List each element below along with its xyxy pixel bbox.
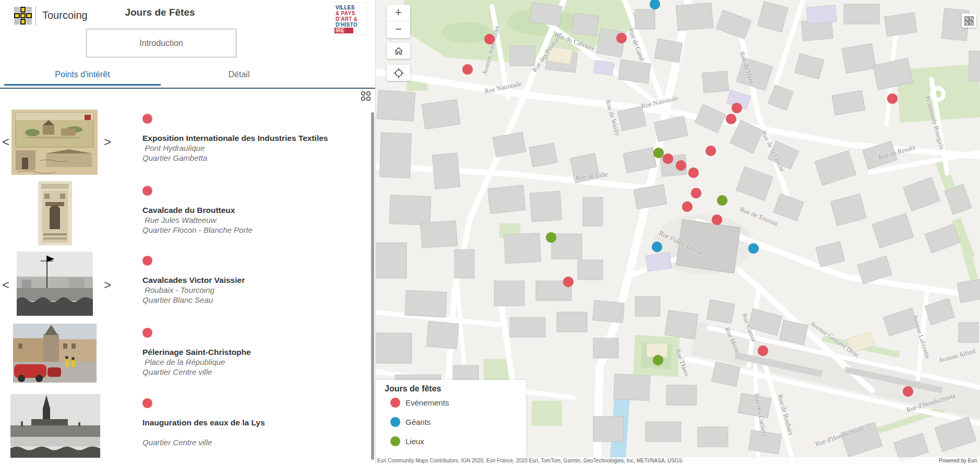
map-canvas[interactable]: Rue NationaleAvenue Jean MilletRue des P… [375, 0, 980, 464]
locate-button[interactable] [387, 65, 410, 81]
item-marker-dot [142, 186, 152, 196]
item-thumbnail[interactable] [38, 181, 72, 245]
map-marker-evenement[interactable] [732, 103, 742, 113]
item-marker-dot [142, 398, 152, 408]
home-icon [394, 46, 403, 56]
map-marker-lieu[interactable] [546, 232, 556, 243]
map-marker-evenement[interactable] [663, 153, 673, 164]
legend-item-lieux: Lieux [390, 436, 424, 446]
page-title: Jours de Fêtes [0, 7, 320, 18]
map-marker-evenement[interactable] [712, 215, 722, 225]
map-marker-evenement[interactable] [887, 93, 898, 104]
map-marker-evenement[interactable] [676, 160, 686, 171]
map-marker-evenement[interactable] [726, 114, 736, 124]
locate-icon [393, 68, 404, 78]
map-marker-lieu[interactable] [653, 355, 663, 365]
map-marker-evenement[interactable] [484, 34, 495, 44]
map-marker-geant[interactable] [748, 243, 759, 254]
list-item[interactable]: Exposition Internationale des Industries… [142, 114, 367, 163]
map-marker-evenement[interactable] [616, 33, 627, 43]
map-marker-geant[interactable] [652, 242, 662, 252]
carousel-prev-button[interactable]: < [1, 278, 10, 292]
zoom-control: + − [387, 5, 410, 38]
map-attribution: Esri Community Maps Contributors, IGN 20… [375, 457, 980, 464]
map-marker-lieu[interactable] [653, 148, 664, 158]
item-thumbnail[interactable] [10, 394, 100, 458]
map-marker-evenement[interactable] [682, 201, 692, 212]
tabs-divider [0, 88, 375, 89]
lieux-swatch [390, 436, 400, 446]
active-tab-underline [4, 84, 161, 86]
carousel-next-button[interactable]: > [103, 135, 112, 149]
introduction-button[interactable]: Introduction [86, 29, 236, 57]
item-marker-dot [142, 256, 152, 266]
expand-views-button[interactable] [962, 14, 976, 28]
sidebar-panel: Tourcoing Jours de Fêtes Introduction VI… [0, 0, 376, 464]
expand-views-icon [964, 16, 974, 26]
home-button[interactable] [387, 43, 410, 59]
map-legend: Jours de fêtes Evènements Géants Lieux [375, 380, 526, 464]
zoom-in-button[interactable]: + [387, 5, 410, 21]
evenements-swatch [390, 398, 400, 408]
item-marker-dot [142, 328, 152, 338]
map-marker-evenement[interactable] [563, 277, 573, 287]
map-marker-evenement[interactable] [706, 146, 716, 156]
map-marker-evenement[interactable] [462, 64, 473, 75]
list-item[interactable]: Inauguration des eaux de la Lys Quartier… [142, 398, 367, 447]
legend-title: Jours de fêtes [385, 384, 441, 394]
map-marker-evenement[interactable] [903, 386, 913, 397]
list-item[interactable]: Pélerinage Saint-Christophe Place de la … [142, 328, 367, 377]
geants-swatch [390, 417, 400, 427]
map-marker-evenement[interactable] [691, 188, 701, 198]
item-thumbnail[interactable] [13, 324, 97, 383]
legend-item-geants: Géants [390, 417, 431, 427]
list-item[interactable]: Cavalcades Victor Vaissier Roubaix - Tou… [142, 256, 367, 305]
map-marker-lieu[interactable] [717, 195, 727, 206]
carousel-next-button[interactable]: > [103, 278, 112, 292]
list-scrollbar[interactable] [371, 112, 374, 460]
legend-item-evenements: Evènements [390, 398, 449, 408]
powered-by: Powered by Esri [939, 457, 980, 464]
map-marker-evenement[interactable] [758, 346, 768, 356]
villes-pays-art-histoire-logo: VILLES & PAYS D'ART & D'HISTO IRE [334, 3, 367, 35]
grid-view-icon[interactable] [360, 90, 372, 102]
map-marker-evenement[interactable] [688, 168, 699, 178]
tab-bar: Points d'intérêt Détail [0, 67, 375, 88]
carousel-prev-button[interactable]: < [1, 135, 10, 149]
app-window: Rue NationaleAvenue Jean MilletRue des P… [0, 0, 980, 464]
item-thumbnail[interactable] [11, 110, 98, 175]
zoom-out-button[interactable]: − [387, 21, 410, 38]
item-thumbnail[interactable] [17, 252, 93, 316]
list-item[interactable]: Cavalcade du Broutteux Rue Jules Watteeu… [142, 186, 367, 235]
tab-detail[interactable]: Détail [161, 67, 317, 87]
item-marker-dot [142, 114, 152, 124]
